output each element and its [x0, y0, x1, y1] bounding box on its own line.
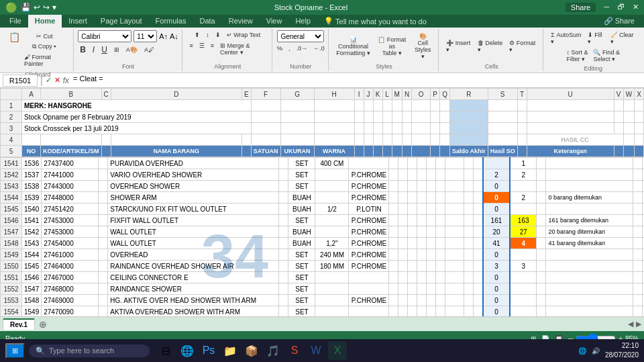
edge-browser-icon[interactable]: 🌐: [178, 341, 197, 360]
col-header-L[interactable]: L: [382, 89, 392, 100]
format-cells-btn[interactable]: ⚙ Format ▾: [507, 38, 539, 54]
cell-nama[interactable]: SHOWER ARM: [108, 192, 279, 203]
cell-R2[interactable]: [449, 111, 488, 123]
cell-nama[interactable]: WALL OUTLET: [108, 238, 279, 249]
cell-ukuran[interactable]: [315, 215, 349, 226]
close-button[interactable]: ✕: [633, 3, 639, 12]
cell-empty-e[interactable]: [279, 215, 288, 226]
format-painter-button[interactable]: 🖌 Format Painter: [22, 52, 67, 69]
cell-nama[interactable]: VARIO OVERHEAD SHOWER: [108, 169, 279, 181]
cell-saldo[interactable]: 20: [483, 226, 510, 238]
col-header-O[interactable]: O: [412, 89, 431, 100]
cell-hasil-so[interactable]: [510, 295, 537, 306]
cell-hasil-so[interactable]: [510, 181, 537, 192]
col-header-F[interactable]: F: [251, 89, 280, 100]
cell-empty-c[interactable]: [99, 249, 108, 261]
insert-cells-btn[interactable]: ➕ Insert ▾: [444, 38, 474, 54]
cell-hasil-so[interactable]: [510, 272, 537, 283]
stock-opname-cell[interactable]: Stock Opname per 8 February 2019: [22, 111, 252, 123]
cell-nama[interactable]: WALL OUTLET: [108, 226, 279, 238]
cell-no[interactable]: 1541: [22, 215, 42, 226]
decrease-decimal-btn[interactable]: ←.0: [311, 44, 327, 53]
tab-tell-me[interactable]: 💡 Tell me what you want to do: [317, 15, 433, 28]
comma-btn[interactable]: ,: [286, 44, 292, 53]
autosum-btn[interactable]: Σ AutoSum ▾: [549, 30, 584, 46]
find-select-btn[interactable]: 🔍 Find &Select ▾: [591, 48, 622, 64]
cell-empty-c[interactable]: [99, 169, 108, 181]
cell-warna[interactable]: P.LOTIN: [349, 203, 389, 215]
cell-nama[interactable]: OVERHEAD SHOWER: [108, 181, 279, 192]
cell-satuan[interactable]: BUAH: [288, 238, 315, 249]
cell-nama[interactable]: RAINDANCE OVERHEAD SHOWER AIR: [108, 261, 279, 272]
col-header-E[interactable]: E: [241, 89, 251, 100]
cell-hasil-so[interactable]: 2: [510, 192, 537, 203]
col-header-C[interactable]: C: [101, 89, 111, 100]
cell-R3[interactable]: [449, 123, 488, 134]
cell-keterangan[interactable]: [546, 158, 633, 169]
cell-ukuran[interactable]: [315, 295, 349, 306]
cell-no[interactable]: 1538: [22, 181, 42, 192]
cell-ukuran[interactable]: [315, 283, 349, 295]
formula-input[interactable]: = Cleat =: [72, 75, 641, 87]
cell-no[interactable]: 1539: [22, 192, 42, 203]
cell-saldo[interactable]: 0: [483, 272, 510, 283]
cell-empty-c[interactable]: [99, 306, 108, 317]
cell-saldo[interactable]: 2: [483, 169, 510, 181]
cell-no[interactable]: 1542: [22, 226, 42, 238]
cell-warna[interactable]: [349, 272, 389, 283]
tab-review[interactable]: Review: [222, 15, 260, 28]
cell-satuan[interactable]: BUAH: [288, 192, 315, 203]
cell-styles-btn[interactable]: 🎨 CellStyles ▾: [411, 32, 434, 61]
col-header-D[interactable]: D: [111, 89, 241, 100]
align-right-btn[interactable]: ≡: [209, 41, 216, 57]
font-color-button[interactable]: A🖊: [142, 45, 156, 54]
border-button[interactable]: ⊞: [112, 45, 121, 54]
cell-hasil-so[interactable]: [510, 203, 537, 215]
col-header-B[interactable]: B: [41, 89, 102, 100]
cell-keterangan[interactable]: 41 barang ditemukan: [546, 238, 633, 249]
cell-empty-e[interactable]: [279, 249, 288, 261]
cell-ukuran[interactable]: [315, 192, 349, 203]
align-middle-btn[interactable]: ↕: [204, 30, 211, 40]
cell-satuan[interactable]: SET: [288, 295, 315, 306]
ps-icon[interactable]: Ps: [199, 341, 218, 360]
cell-warna[interactable]: P.CHROME: [349, 215, 389, 226]
align-bottom-btn[interactable]: ⬇: [213, 30, 223, 40]
cell-keterangan[interactable]: [546, 181, 633, 192]
cell-hasil-so[interactable]: 3: [510, 261, 537, 272]
col-header-X[interactable]: X: [635, 89, 644, 100]
cell-nama[interactable]: OVERHEAD: [108, 249, 279, 261]
cell-keterangan[interactable]: [546, 283, 633, 295]
conditional-formatting-btn[interactable]: 📊 ConditionalFormatting ▾: [334, 35, 373, 58]
format-as-table-btn[interactable]: 📋 Format asTable ▾: [374, 35, 410, 58]
taskbar-icon-7[interactable]: S: [285, 341, 304, 360]
cell-warna[interactable]: P.CHROME: [349, 249, 389, 261]
cell-saldo[interactable]: [483, 158, 510, 169]
font-size-select[interactable]: 11: [133, 30, 157, 42]
cell-warna[interactable]: P.CHROME: [349, 238, 389, 249]
cell-empty-c[interactable]: [99, 272, 108, 283]
cell-satuan[interactable]: SET: [288, 169, 315, 181]
start-button[interactable]: ⊞: [5, 343, 25, 359]
cell-nama[interactable]: RAINDANCE SHOWER: [108, 283, 279, 295]
cell-kode[interactable]: 27437400: [42, 158, 99, 169]
cell-warna[interactable]: [349, 158, 389, 169]
cell-empty-c[interactable]: [99, 295, 108, 306]
align-left-btn[interactable]: ≡: [188, 41, 195, 57]
col-header-H[interactable]: H: [314, 89, 354, 100]
cell-keterangan[interactable]: [546, 295, 633, 306]
cell-no[interactable]: 1544: [22, 249, 42, 261]
more-quick-btn[interactable]: ▾: [52, 3, 56, 12]
cell-satuan[interactable]: SET: [288, 249, 315, 261]
cut-button[interactable]: ✂ Cut: [22, 32, 67, 41]
cell-nama[interactable]: CEILING CONNECTOR E: [108, 272, 279, 283]
tab-file[interactable]: File: [3, 15, 28, 28]
tab-formulas[interactable]: Formulas: [149, 15, 193, 28]
cell-kode[interactable]: 27467000: [42, 272, 99, 283]
cell-empty-e[interactable]: [279, 306, 288, 317]
cell-keterangan[interactable]: [546, 169, 633, 181]
col-header-R[interactable]: R: [449, 89, 488, 100]
cell-empty-c[interactable]: [99, 192, 108, 203]
cell-hasil-so[interactable]: 4: [510, 238, 537, 249]
cell-nama[interactable]: STARCK/UNO FIX FIT WOLL OUTLET: [108, 203, 279, 215]
